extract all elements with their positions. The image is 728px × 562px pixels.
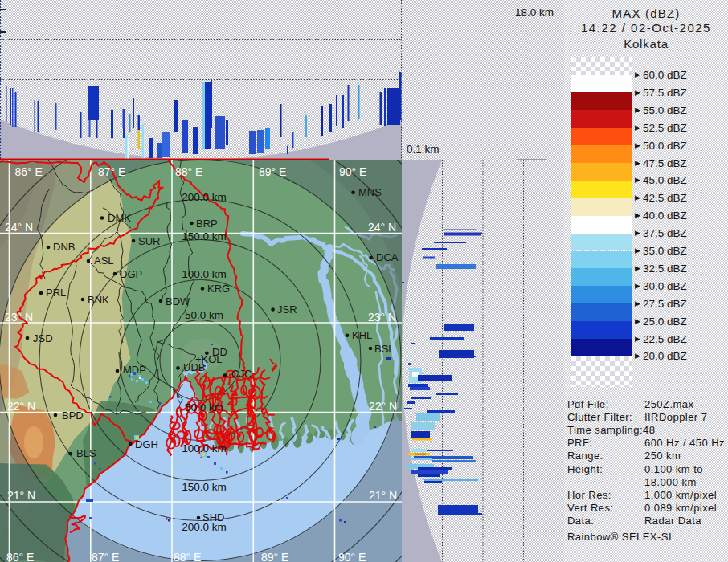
svg-text:100.0 km: 100.0 km	[182, 268, 227, 280]
svg-text:JSR: JSR	[277, 303, 297, 316]
svg-text:50.0 km: 50.0 km	[185, 309, 223, 321]
svg-text:21° N: 21° N	[369, 489, 397, 502]
svg-text:JSD: JSD	[33, 332, 53, 344]
svg-text:88° E: 88° E	[174, 551, 201, 562]
svg-text:SUR: SUR	[138, 235, 160, 247]
svg-text:100.0 km: 100.0 km	[182, 442, 227, 454]
svg-text:200.0 km: 200.0 km	[182, 191, 227, 203]
svg-text:23° N: 23° N	[368, 311, 396, 324]
svg-text:88° E: 88° E	[175, 165, 202, 178]
svg-text:87° E: 87° E	[92, 551, 119, 562]
svg-text:86° E: 86° E	[15, 165, 43, 178]
svg-text:90° E: 90° E	[338, 551, 366, 562]
svg-text:89° E: 89° E	[261, 551, 288, 562]
svg-text:+KOL: +KOL	[195, 353, 223, 365]
svg-text:MNS: MNS	[358, 186, 382, 198]
svg-text:CJC: CJC	[231, 368, 252, 380]
svg-text:24° N: 24° N	[5, 221, 33, 234]
svg-text:BDW: BDW	[166, 295, 190, 307]
svg-text:BLS: BLS	[76, 447, 96, 459]
svg-text:22° N: 22° N	[369, 400, 397, 413]
svg-text:BRP: BRP	[196, 218, 218, 230]
svg-text:MDP: MDP	[123, 364, 146, 376]
svg-text:150.0 km: 150.0 km	[182, 230, 227, 242]
svg-text:BSL: BSL	[374, 343, 395, 355]
svg-text:DGP: DGP	[120, 268, 142, 280]
svg-text:21° N: 21° N	[7, 489, 35, 502]
svg-text:89° E: 89° E	[259, 165, 286, 178]
svg-text:150.0 km: 150.0 km	[182, 481, 227, 493]
svg-text:BPD: BPD	[62, 409, 84, 422]
svg-text:50.0 km: 50.0 km	[185, 401, 223, 413]
svg-text:KHL: KHL	[352, 329, 372, 341]
svg-text:DNB: DNB	[53, 241, 75, 253]
svg-text:86° E: 86° E	[6, 551, 34, 562]
svg-text:23° N: 23° N	[5, 311, 33, 324]
svg-text:ASL: ASL	[94, 255, 114, 267]
svg-text:PRL: PRL	[46, 287, 66, 299]
svg-text:DCA: DCA	[376, 251, 399, 263]
svg-text:KRG: KRG	[207, 283, 230, 295]
svg-text:24° N: 24° N	[368, 221, 396, 234]
svg-text:DMK: DMK	[108, 212, 131, 224]
svg-text:200.0 km: 200.0 km	[182, 521, 227, 533]
svg-text:DGH: DGH	[135, 438, 158, 450]
svg-text:BNK: BNK	[88, 294, 109, 306]
svg-text:87° E: 87° E	[98, 165, 125, 178]
svg-text:22° N: 22° N	[7, 400, 35, 413]
svg-text:90° E: 90° E	[339, 165, 366, 178]
